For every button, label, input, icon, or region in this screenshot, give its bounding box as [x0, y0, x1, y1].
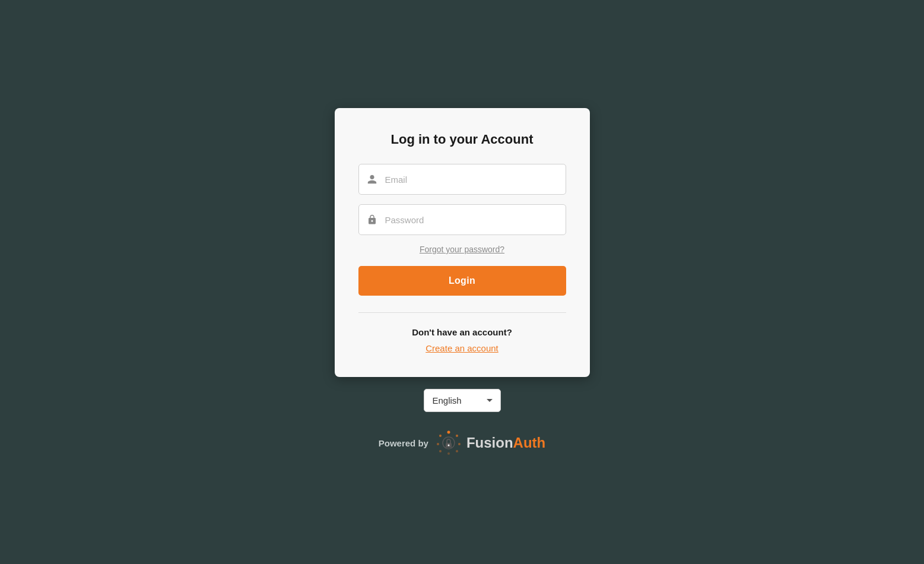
fusion-text: Fusion: [466, 435, 513, 451]
svg-point-1: [456, 435, 458, 437]
password-field[interactable]: [358, 204, 566, 235]
svg-point-2: [458, 443, 461, 445]
svg-point-5: [439, 450, 442, 452]
svg-point-3: [456, 450, 458, 452]
create-account-link[interactable]: Create an account: [358, 343, 566, 353]
person-icon: [367, 174, 377, 185]
forgot-password-link[interactable]: Forgot your password?: [358, 245, 566, 254]
svg-point-0: [447, 431, 450, 434]
powered-by-label: Powered by: [379, 438, 428, 448]
language-select[interactable]: English French Spanish German: [424, 389, 501, 412]
card-title: Log in to your Account: [358, 132, 566, 147]
lock-icon: [367, 214, 377, 225]
password-input-group: [358, 204, 566, 235]
language-selector-wrapper: English French Spanish German: [424, 389, 501, 412]
fusionauth-logo: FusionAuth: [436, 430, 545, 456]
svg-point-4: [447, 452, 450, 455]
svg-point-6: [437, 443, 439, 445]
divider: [358, 312, 566, 313]
email-field[interactable]: [358, 164, 566, 195]
login-button[interactable]: Login: [358, 266, 566, 296]
fusionauth-brand-name: FusionAuth: [466, 435, 545, 451]
fusionauth-icon: [436, 430, 462, 456]
svg-point-7: [439, 435, 442, 437]
page-wrapper: Log in to your Account Forgot your passw…: [335, 108, 590, 456]
login-card: Log in to your Account Forgot your passw…: [335, 108, 590, 377]
email-input-group: [358, 164, 566, 195]
auth-text: Auth: [513, 435, 546, 451]
svg-point-10: [447, 445, 449, 446]
no-account-text: Don't have an account?: [358, 327, 566, 337]
powered-by-section: Powered by: [379, 430, 546, 456]
